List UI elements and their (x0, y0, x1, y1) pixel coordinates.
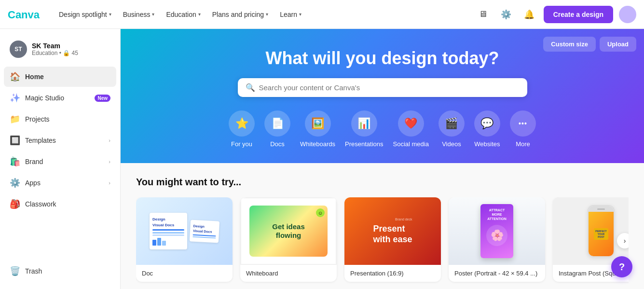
sidebar-magic-badge: New (95, 95, 110, 102)
nav-learn-label: Learn (280, 11, 297, 18)
websites-icon: 💬 (474, 110, 500, 137)
category-presentations[interactable]: 📊 Presentations (345, 110, 384, 148)
sidebar-user-name: SK Team (32, 42, 78, 50)
card-doc[interactable]: Design Visual Docs (136, 197, 233, 282)
category-videos[interactable]: 🎬 Videos (438, 110, 465, 148)
sidebar-item-apps[interactable]: ⚙️ Apps › (4, 173, 116, 193)
card-poster[interactable]: ATTRACTMOREATTENTION 🌸 Poster (Portrait … (449, 197, 545, 282)
sidebar-apps-label: Apps (25, 179, 104, 187)
category-social-media[interactable]: ❤️ Social media (393, 110, 429, 148)
settings-icon[interactable]: ⚙️ (497, 6, 515, 23)
nav-design-spotlight[interactable]: Design spotlight ▾ (54, 8, 116, 21)
whiteboards-label: Whiteboards (300, 140, 335, 148)
hero: Custom size Upload What will you design … (121, 29, 644, 163)
docs-label: Docs (270, 140, 285, 148)
templates-chevron-icon: › (109, 138, 110, 143)
nav-design-spotlight-chevron: ▾ (109, 12, 111, 17)
nav-learn-chevron: ▾ (299, 12, 301, 17)
docs-icon: 📄 (264, 110, 290, 137)
category-websites[interactable]: 💬 Websites (474, 110, 500, 148)
trash-icon: 🗑️ (10, 266, 20, 276)
nav-learn[interactable]: Learn ▾ (275, 8, 306, 21)
category-for-you[interactable]: ⭐ For you (229, 110, 255, 148)
doc-thumb: Design Visual Docs (136, 197, 233, 265)
nav-business-chevron: ▾ (152, 12, 154, 17)
presentation-thumb: Brand deck Presentwith ease (344, 197, 441, 265)
apps-chevron-icon: › (109, 180, 110, 186)
social-media-icon: ❤️ (398, 110, 424, 137)
topnav-right: 🖥 ⚙️ 🔔 Create a design (474, 6, 636, 23)
brand-chevron-icon: › (109, 159, 110, 165)
search-input[interactable] (259, 83, 520, 92)
sidebar-home-label: Home (25, 73, 110, 81)
whiteboards-icon: 🖼️ (305, 110, 331, 137)
sidebar-user-info: SK Team Education • 🔒 45 (32, 42, 78, 56)
sidebar-item-magic-studio[interactable]: ✨ Magic Studio New (4, 88, 116, 108)
nav-plans-chevron: ▾ (266, 12, 268, 17)
hero-categories: ⭐ For you 📄 Docs 🖼️ Whiteboards 📊 Presen… (229, 110, 536, 148)
scroll-right-button[interactable]: › (617, 233, 629, 248)
sidebar-trash-label: Trash (25, 267, 110, 275)
sidebar-item-brand[interactable]: 🛍️ Brand › (4, 151, 116, 172)
create-design-button[interactable]: Create a design (544, 6, 613, 23)
notifications-icon[interactable]: 🔔 (521, 6, 538, 23)
sidebar-brand-label: Brand (25, 158, 104, 165)
sidebar-classwork-label: Classwork (25, 200, 110, 208)
nav-education-label: Education (166, 11, 196, 18)
hero-title: What will you design today? (265, 48, 499, 69)
home-icon: 🏠 (10, 71, 20, 82)
sidebar-item-trash[interactable]: 🗑️ Trash (4, 261, 116, 281)
presentation-label: Presentation (16:9) (344, 265, 441, 282)
section-title: You might want to try... (136, 177, 629, 188)
poster-thumb: ATTRACTMOREATTENTION 🌸 (449, 197, 545, 265)
sidebar-user: ST SK Team Education • 🔒 45 (4, 37, 116, 62)
classwork-icon: 🎒 (10, 199, 20, 209)
sidebar-magic-label: Magic Studio (25, 94, 90, 102)
for-you-label: For you (231, 140, 252, 148)
videos-icon: 🎬 (438, 110, 465, 137)
sidebar-item-classwork[interactable]: 🎒 Classwork (4, 194, 116, 214)
upload-button[interactable]: Upload (600, 37, 636, 52)
sidebar-item-templates[interactable]: 🔲 Templates › (4, 130, 116, 151)
cards-row: Design Visual Docs (136, 197, 629, 284)
topnav: Canva Design spotlight ▾ Business ▾ Educ… (0, 0, 644, 29)
videos-label: Videos (442, 140, 461, 148)
sidebar-item-projects[interactable]: 📁 Projects (4, 109, 116, 129)
presentations-label: Presentations (345, 140, 384, 148)
main-content: Custom size Upload What will you design … (121, 29, 644, 289)
avatar[interactable] (619, 6, 636, 23)
logo[interactable]: Canva (8, 8, 42, 21)
layout: ST SK Team Education • 🔒 45 🏠 Home ✨ Mag… (0, 0, 644, 289)
help-button[interactable]: ? (611, 256, 632, 277)
sidebar-item-home[interactable]: 🏠 Home (4, 67, 116, 87)
nav-plans[interactable]: Plans and pricing ▾ (207, 8, 273, 21)
custom-size-button[interactable]: Custom size (543, 37, 596, 52)
brand-icon: 🛍️ (10, 156, 20, 167)
sidebar: ST SK Team Education • 🔒 45 🏠 Home ✨ Mag… (0, 29, 121, 289)
more-icon: ••• (510, 110, 536, 137)
sidebar-user-avatar: ST (10, 41, 27, 58)
apps-icon: ⚙️ (10, 178, 20, 188)
sidebar-spacer (4, 215, 116, 260)
nav-education[interactable]: Education ▾ (161, 8, 205, 21)
projects-icon: 📁 (10, 114, 20, 124)
category-whiteboards[interactable]: 🖼️ Whiteboards (300, 110, 335, 148)
nav-education-chevron: ▾ (198, 12, 201, 17)
nav-business[interactable]: Business ▾ (118, 8, 160, 21)
nav-design-spotlight-label: Design spotlight (59, 11, 107, 18)
social-media-label: Social media (393, 140, 429, 148)
instagram-thumb: PERFECTYOURPOST (553, 197, 629, 265)
magic-studio-icon: ✨ (10, 93, 20, 103)
topnav-nav: Design spotlight ▾ Business ▾ Education … (54, 8, 306, 21)
sidebar-templates-label: Templates (25, 137, 104, 144)
hero-actions: Custom size Upload (543, 37, 636, 52)
card-whiteboard[interactable]: ☺ Get ideasflowing Whiteboard (240, 197, 337, 282)
monitor-icon[interactable]: 🖥 (474, 6, 492, 23)
hero-search-bar[interactable]: 🔍 (238, 78, 527, 97)
category-docs[interactable]: 📄 Docs (264, 110, 290, 148)
presentations-icon: 📊 (351, 110, 377, 137)
category-more[interactable]: ••• More (510, 110, 536, 148)
sidebar-user-meta: Education • 🔒 45 (32, 50, 78, 56)
nav-plans-label: Plans and pricing (212, 11, 264, 18)
card-presentation[interactable]: Brand deck Presentwith ease Presentation… (344, 197, 441, 282)
